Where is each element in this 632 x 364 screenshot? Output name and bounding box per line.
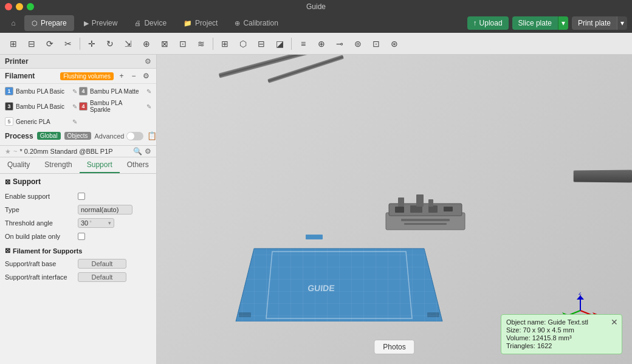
tab-prepare[interactable]: ⬡ Prepare <box>24 15 74 31</box>
toolbar-btn-orient[interactable]: ⟳ <box>41 35 58 52</box>
toolbar-btn-seam[interactable]: ⊡ <box>174 35 191 52</box>
home-button[interactable]: ⌂ <box>5 15 22 32</box>
filament-add-button[interactable]: + <box>116 70 127 81</box>
advanced-toggle[interactable] <box>126 132 143 140</box>
filament-remove-button[interactable]: − <box>128 70 139 81</box>
filament-edit-4-sparkle[interactable]: ✎ <box>146 103 151 110</box>
tab-others[interactable]: Others <box>120 157 156 173</box>
tab-strength[interactable]: Strength <box>37 157 79 173</box>
slice-plate-button[interactable]: Slice plate <box>512 16 558 30</box>
profile-search-icon[interactable]: 🔍 <box>133 147 142 156</box>
toolbar-btn-layer2[interactable]: ⊕ <box>313 35 330 52</box>
maximize-button[interactable] <box>27 3 34 10</box>
raft-base-select[interactable]: Default <box>78 259 126 269</box>
printer-gear-icon[interactable]: ⚙ <box>145 57 151 66</box>
filament-item-4-sparkle[interactable]: 4 Bambu PLA Sparkle ✎ <box>79 98 151 114</box>
toolbar-btn-arrange[interactable]: ⊞ <box>5 35 22 52</box>
printer-title: Printer <box>5 57 145 66</box>
type-select[interactable]: normal(auto) <box>78 205 132 215</box>
profile-name[interactable]: * 0.20mm Standard @BBL P1P <box>19 148 131 155</box>
tab-device[interactable]: 🖨 Device <box>127 15 174 31</box>
svg-rect-8 <box>428 199 433 207</box>
close-button[interactable] <box>5 3 12 10</box>
tab-quality[interactable]: Quality <box>0 157 37 173</box>
filament-edit-4-matte[interactable]: ✎ <box>146 88 151 95</box>
toolbar-btn-view1[interactable]: ⊞ <box>216 35 233 52</box>
printer-section-header[interactable]: Printer ⚙ <box>0 55 156 69</box>
toolbar-btn-view3[interactable]: ⊟ <box>253 35 270 52</box>
filament-color-1: 1 <box>5 87 13 95</box>
toolbar-btn-scale[interactable]: ⇲ <box>120 35 137 52</box>
print-plate-button[interactable]: Print plate <box>572 16 617 30</box>
info-popup: ✕ Object name: Guide Text.stl Size: 70 x… <box>501 314 622 354</box>
toolbar-btn-rotate[interactable]: ↻ <box>101 35 118 52</box>
slice-plate-dropdown[interactable]: ▾ <box>558 16 568 30</box>
filament-badge[interactable]: Flushing volumes <box>60 72 114 80</box>
svg-marker-23 <box>577 295 584 300</box>
filament-item-3[interactable]: 3 Bambu PLA Basic ✎ <box>5 98 77 114</box>
toolbar-btn-cut[interactable]: ✂ <box>60 35 77 52</box>
process-header: Process Global Objects Advanced 📋 ⚙ <box>5 131 151 140</box>
toolbar-btn-view2[interactable]: ⬡ <box>235 35 252 52</box>
svg-rect-6 <box>398 197 404 207</box>
process-copy-icon[interactable]: 📋 <box>147 131 157 140</box>
right-object <box>574 170 632 183</box>
svg-rect-15 <box>239 312 251 317</box>
toolbar-btn-support[interactable]: ⊠ <box>156 35 173 52</box>
filament-settings-icon[interactable]: ⚙ <box>140 70 151 81</box>
toolbar-btn-extra3[interactable]: ⊛ <box>386 35 403 52</box>
preview-icon: ▶ <box>84 19 89 27</box>
enable-support-value <box>78 193 151 200</box>
toolbar-btn-move[interactable]: ✛ <box>83 35 100 52</box>
filament-item-5[interactable]: 5 Generic PLA ✎ <box>5 116 77 127</box>
raft-base-value: Default <box>78 259 151 269</box>
small-piece-svg <box>306 233 324 241</box>
filament-edit-5[interactable]: ✎ <box>72 118 77 125</box>
threshold-num: 30 <box>81 219 88 227</box>
toolbar-btn-view4[interactable]: ◪ <box>271 35 288 52</box>
upload-button[interactable]: ↑ Upload <box>467 16 509 30</box>
info-size-row: Size: 70 x 90 x 4.5 mm <box>506 326 617 334</box>
toolbar-btn-fdm[interactable]: ≋ <box>193 35 210 52</box>
minimize-button[interactable] <box>16 3 23 10</box>
toolbar-btn-measure[interactable]: ⊸ <box>331 35 348 52</box>
print-plate-dropdown[interactable]: ▾ <box>617 16 627 30</box>
filament-edit-1[interactable]: ✎ <box>72 88 77 95</box>
toolbar-btn-place[interactable]: ⊕ <box>138 35 155 52</box>
calibration-icon: ⊕ <box>235 19 240 27</box>
toolbar-btn-extra1[interactable]: ⊚ <box>349 35 366 52</box>
profile-gear-icon[interactable]: ⚙ <box>145 147 151 156</box>
tab-project[interactable]: 📁 Project <box>176 15 225 31</box>
support-icon: ⊠ <box>5 178 10 186</box>
toolbar-btn-extra2[interactable]: ⊡ <box>368 35 385 52</box>
tab-device-label: Device <box>144 19 167 27</box>
photos-button[interactable]: Photos <box>374 340 414 354</box>
tab-support[interactable]: Support <box>80 157 120 173</box>
process-badge-objects[interactable]: Objects <box>64 132 91 140</box>
svg-rect-7 <box>416 194 424 207</box>
filament-edit-3[interactable]: ✎ <box>72 103 77 110</box>
tab-calibration-label: Calibration <box>243 19 278 27</box>
printed-object[interactable] <box>383 188 468 234</box>
svg-text:Z: Z <box>579 292 582 296</box>
threshold-row: Threshold angle 30 ° ▾ <box>5 216 151 230</box>
tab-preview[interactable]: ▶ Preview <box>77 15 125 31</box>
type-select-value: normal(auto) <box>81 206 118 213</box>
tab-project-label: Project <box>195 19 218 27</box>
top-nav: ⌂ ⬡ Prepare ▶ Preview 🖨 Device 📁 Project… <box>0 13 632 33</box>
window-title: Guide <box>306 2 326 11</box>
raft-interface-select[interactable]: Default <box>78 272 126 282</box>
tab-calibration[interactable]: ⊕ Calibration <box>227 15 285 31</box>
threshold-input[interactable]: 30 ° ▾ <box>78 218 114 228</box>
slice-button-group: Slice plate ▾ <box>512 16 568 30</box>
info-volume-label: Volume: <box>506 334 531 342</box>
info-popup-close-button[interactable]: ✕ <box>611 317 618 327</box>
filament-item-1[interactable]: 1 Bambu PLA Basic ✎ <box>5 86 77 97</box>
enable-support-checkbox[interactable] <box>78 193 85 200</box>
build-plate-only-checkbox[interactable] <box>78 233 85 240</box>
profile-star-icon: ★ <box>5 148 11 156</box>
filament-item-4-matte[interactable]: 4 Bambu PLA Matte ✎ <box>79 86 151 97</box>
toolbar-btn-layer1[interactable]: ≡ <box>295 35 312 52</box>
toolbar-btn-grid[interactable]: ⊟ <box>23 35 40 52</box>
process-badge-global[interactable]: Global <box>37 132 61 140</box>
